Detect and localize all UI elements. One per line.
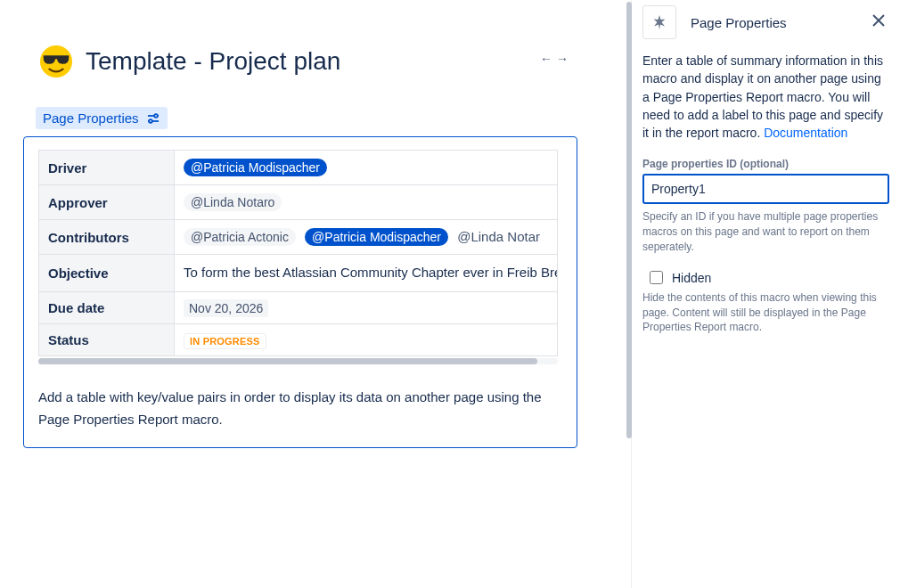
panel-description: Enter a table of summary information in … [642, 52, 889, 142]
row-label: Approver [39, 185, 175, 220]
svg-point-2 [154, 114, 158, 118]
macro-badge-label: Page Properties [43, 110, 139, 126]
table-row[interactable]: Contributors @Patricia Actonic @Patricia… [39, 220, 558, 255]
row-label: Status [39, 323, 175, 355]
macro-config-panel: Page Properties Enter a table of summary… [631, 0, 900, 588]
page-properties-panel[interactable]: Driver @Patricia Modispacher Approver @L… [23, 136, 577, 448]
table-row[interactable]: Objective To form the best Atlassian Com… [39, 255, 558, 292]
page-properties-id-help: Specify an ID if you have multiple page … [642, 209, 889, 254]
panel-header: Page Properties [642, 5, 889, 39]
row-label: Due date [39, 291, 175, 323]
editor-main-pane: ← → Template - Project plan Page Propert… [0, 0, 624, 588]
sliders-icon [146, 111, 160, 126]
panel-title: Page Properties [691, 15, 854, 30]
page-header: Template - Project plan [39, 45, 602, 78]
user-mention[interactable]: @Patricia Modispacher [184, 159, 327, 176]
row-label: Driver [39, 151, 175, 185]
table-row[interactable]: Due date Nov 20, 2026 [39, 291, 558, 323]
objective-text[interactable]: To form the best Atlassian Community Cha… [175, 255, 558, 292]
page-properties-id-label: Page properties ID (optional) [642, 158, 889, 170]
expand-width-toggle[interactable]: ← → [540, 52, 569, 66]
user-mention[interactable]: @Linda Notaro [184, 193, 282, 211]
macro-helper-text[interactable]: Add a table with key/value pairs in orde… [38, 386, 562, 431]
row-label: Objective [39, 255, 175, 292]
table-row[interactable]: Status IN PROGRESS [39, 323, 558, 355]
svg-point-4 [149, 119, 152, 123]
user-mention[interactable]: @Patricia Actonic [184, 228, 296, 246]
row-label: Contributors [39, 220, 175, 255]
vertical-scrollbar[interactable] [626, 2, 632, 438]
documentation-link[interactable]: Documentation [764, 126, 847, 140]
page-properties-macro-badge[interactable]: Page Properties [36, 107, 168, 129]
close-icon[interactable] [868, 12, 889, 34]
properties-table[interactable]: Driver @Patricia Modispacher Approver @L… [38, 150, 558, 356]
hidden-help: Hide the contents of this macro when vie… [642, 290, 889, 335]
user-mention[interactable]: @Patricia Modispacher [305, 228, 448, 246]
table-row[interactable]: Driver @Patricia Modispacher [39, 151, 558, 185]
status-chip[interactable]: IN PROGRESS [184, 333, 266, 349]
page-properties-id-input[interactable] [642, 174, 889, 204]
horizontal-scrollbar[interactable] [38, 358, 558, 364]
table-row[interactable]: Approver @Linda Notaro [39, 185, 558, 220]
date-chip[interactable]: Nov 20, 2026 [184, 299, 268, 317]
page-emoji[interactable] [39, 45, 73, 78]
hidden-checkbox-row[interactable]: Hidden [650, 271, 889, 285]
scrollbar-thumb[interactable] [38, 358, 537, 364]
user-mention[interactable]: @Linda Notar [457, 229, 540, 244]
page-title[interactable]: Template - Project plan [86, 47, 340, 76]
hidden-label: Hidden [672, 271, 711, 285]
macro-icon [642, 5, 676, 39]
hidden-checkbox[interactable] [650, 271, 663, 284]
